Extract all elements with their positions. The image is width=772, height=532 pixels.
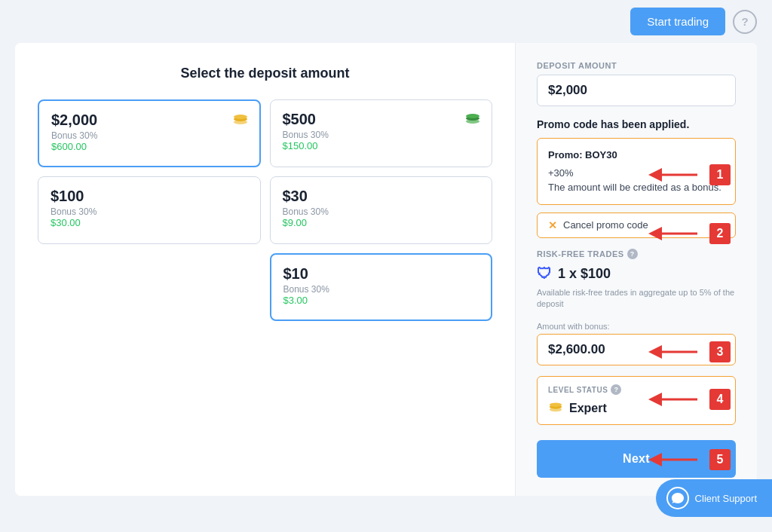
deposit-amount-label: DEPOSIT AMOUNT	[537, 61, 736, 70]
level-status-info-icon[interactable]: ?	[611, 384, 621, 395]
card-bonus-label: Bonus 30%	[283, 206, 480, 217]
client-support-button[interactable]: Client Support	[656, 479, 772, 517]
deposit-card-2000[interactable]: $2,000 Bonus 30% $600.00	[38, 99, 261, 167]
main-container: Select the deposit amount $2,000 Bonus 3…	[15, 43, 757, 496]
cancel-x-icon: ✕	[548, 219, 557, 231]
deposit-grid: $2,000 Bonus 30% $600.00 $500 Bonus 30% …	[38, 99, 492, 321]
card-bonus-label: Bonus 30%	[51, 206, 248, 217]
start-trading-button[interactable]: Start trading	[630, 8, 725, 35]
svg-point-2	[234, 115, 247, 119]
left-panel: Select the deposit amount $2,000 Bonus 3…	[15, 43, 516, 496]
card-amount: $30	[283, 188, 480, 205]
risk-free-note: Available risk-free trades in aggregate …	[537, 287, 736, 310]
promo-box: Promo: BOY30 +30% The amount will be cre…	[537, 138, 736, 205]
deposit-amount-input[interactable]	[537, 75, 736, 106]
card-amount: $100	[51, 188, 248, 205]
svg-point-8	[550, 403, 562, 407]
client-support-label: Client Support	[695, 493, 757, 504]
promo-applied-text: Promo code has been applied.	[537, 118, 736, 130]
level-value: Expert	[548, 399, 725, 417]
deposit-card-30[interactable]: $30 Bonus 30% $9.00	[270, 176, 493, 244]
svg-point-5	[466, 114, 479, 118]
shield-icon: 🛡	[537, 265, 552, 283]
card-amount: $10	[283, 265, 479, 283]
cancel-promo-button[interactable]: ✕ Cancel promo code	[537, 212, 736, 238]
card-bonus-value: $30.00	[51, 217, 248, 228]
deposit-card-100[interactable]: $100 Bonus 30% $30.00	[38, 176, 261, 244]
chat-icon	[666, 487, 689, 509]
level-status-section: LEVEL STATUS ? Expert	[537, 376, 736, 425]
card-amount: $500	[283, 111, 480, 128]
amount-bonus-label: Amount with bonus:	[537, 322, 736, 331]
card-bonus-value: $150.00	[283, 140, 480, 151]
right-panel: DEPOSIT AMOUNT Promo code has been appli…	[516, 43, 757, 496]
card-bonus-value: $3.00	[283, 295, 479, 306]
promo-bonus-percent: +30%	[548, 166, 725, 181]
stack-green-icon	[464, 111, 481, 128]
cancel-promo-label: Cancel promo code	[563, 219, 648, 231]
card-bonus-label: Bonus 30%	[283, 130, 480, 140]
promo-description: The amount will be credited as a bonus.	[548, 180, 725, 195]
risk-free-header: RISK-FREE TRADES ?	[537, 249, 736, 259]
stack-gold-icon	[232, 112, 249, 129]
level-status-header: LEVEL STATUS ?	[548, 384, 725, 395]
next-button[interactable]: Next	[537, 440, 736, 478]
card-amount: $2,000	[51, 112, 247, 129]
promo-code-line: Promo: BOY30	[548, 148, 725, 163]
expert-icon	[548, 399, 563, 417]
top-bar: Start trading ?	[0, 0, 772, 43]
panel-title: Select the deposit amount	[38, 66, 492, 81]
risk-free-value: 🛡 1 x $100	[537, 265, 736, 283]
help-button[interactable]: ?	[733, 10, 757, 34]
deposit-card-500[interactable]: $500 Bonus 30% $150.00	[270, 99, 493, 167]
risk-free-info-icon[interactable]: ?	[627, 249, 638, 259]
card-bonus-value: $9.00	[283, 217, 480, 228]
risk-free-label: RISK-FREE TRADES	[537, 249, 624, 258]
card-bonus-value: $600.00	[51, 141, 247, 152]
card-bonus-label: Bonus 30%	[283, 284, 479, 295]
card-bonus-label: Bonus 30%	[51, 130, 247, 141]
level-status-label: LEVEL STATUS	[548, 386, 608, 394]
level-name: Expert	[569, 402, 607, 415]
amount-bonus-input[interactable]	[537, 334, 736, 365]
deposit-card-10[interactable]: $10 Bonus 30% $3.00	[270, 253, 493, 321]
risk-free-amount: 1 x $100	[558, 266, 611, 282]
